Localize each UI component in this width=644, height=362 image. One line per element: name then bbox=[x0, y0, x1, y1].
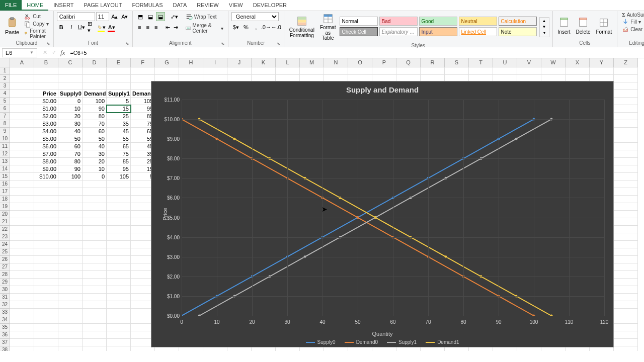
cell[interactable] bbox=[614, 188, 638, 196]
cell[interactable] bbox=[10, 301, 34, 309]
cell[interactable] bbox=[10, 233, 34, 241]
cell[interactable] bbox=[34, 241, 58, 248]
cell[interactable] bbox=[614, 135, 638, 143]
cell[interactable]: 10 bbox=[58, 105, 83, 113]
row-header[interactable]: 15 bbox=[0, 173, 10, 180]
cell[interactable]: 60 bbox=[58, 143, 83, 150]
cell[interactable] bbox=[83, 271, 107, 279]
styles-more[interactable]: ▾ bbox=[540, 30, 549, 36]
align-right-button[interactable]: ≡ bbox=[152, 23, 160, 32]
cell[interactable] bbox=[10, 128, 34, 135]
cell[interactable] bbox=[10, 241, 34, 248]
cell[interactable] bbox=[10, 286, 34, 294]
column-header[interactable]: H bbox=[179, 58, 203, 67]
cell[interactable] bbox=[252, 67, 276, 75]
cell[interactable] bbox=[83, 263, 107, 271]
column-header[interactable]: L bbox=[276, 58, 300, 67]
cell[interactable] bbox=[34, 233, 58, 241]
cell[interactable] bbox=[493, 67, 517, 75]
cell[interactable] bbox=[10, 218, 34, 226]
cell[interactable]: $8.00 bbox=[34, 158, 58, 165]
tab-view[interactable]: VIEW bbox=[224, 0, 248, 11]
cell[interactable]: 85 bbox=[107, 158, 131, 165]
cell[interactable] bbox=[34, 211, 58, 218]
chart-title[interactable]: Supply and Demand bbox=[151, 81, 613, 96]
cell[interactable] bbox=[83, 226, 107, 233]
conditional-formatting-button[interactable]: Conditional Formatting bbox=[287, 15, 316, 39]
cell[interactable] bbox=[10, 173, 34, 180]
row-header[interactable]: 33 bbox=[0, 309, 10, 316]
launcher-icon[interactable]: ⬊ bbox=[125, 41, 129, 46]
cell[interactable] bbox=[107, 324, 131, 331]
cell[interactable] bbox=[34, 279, 58, 286]
row-header[interactable]: 3 bbox=[0, 82, 10, 90]
tab-developer[interactable]: DEVELOPER bbox=[248, 0, 292, 11]
cell[interactable] bbox=[83, 218, 107, 226]
cell[interactable] bbox=[614, 90, 638, 98]
cell[interactable] bbox=[614, 241, 638, 248]
cell[interactable] bbox=[58, 346, 83, 351]
cell[interactable] bbox=[396, 67, 421, 75]
cell[interactable]: 10 bbox=[83, 165, 107, 173]
cell[interactable] bbox=[10, 113, 34, 120]
cell[interactable] bbox=[614, 339, 638, 346]
cell[interactable] bbox=[107, 211, 131, 218]
cell[interactable] bbox=[590, 67, 614, 75]
increase-indent-button[interactable]: ⇥ bbox=[173, 23, 180, 32]
row-header[interactable]: 38 bbox=[0, 346, 10, 351]
cell[interactable] bbox=[34, 203, 58, 211]
cell[interactable] bbox=[83, 339, 107, 346]
worksheet[interactable]: ABCDEFGHIJKLMNOPQRSTUVWXYZ 1234567891011… bbox=[0, 58, 644, 351]
cell-style-bad[interactable]: Bad bbox=[379, 17, 418, 26]
cell[interactable]: $3.00 bbox=[34, 120, 58, 128]
column-header[interactable]: B bbox=[34, 58, 58, 67]
cell[interactable] bbox=[614, 75, 638, 82]
column-header[interactable]: M bbox=[300, 58, 324, 67]
cell[interactable] bbox=[10, 180, 34, 188]
cell[interactable] bbox=[58, 196, 83, 203]
column-header[interactable]: K bbox=[252, 58, 276, 67]
cell[interactable] bbox=[10, 339, 34, 346]
cell[interactable] bbox=[83, 286, 107, 294]
cell[interactable] bbox=[107, 67, 131, 75]
cell[interactable]: 80 bbox=[58, 158, 83, 165]
column-header[interactable]: G bbox=[155, 58, 179, 67]
row-header[interactable]: 16 bbox=[0, 180, 10, 188]
cell[interactable]: Supply1 bbox=[107, 90, 131, 98]
cell[interactable] bbox=[614, 105, 638, 113]
styles-scroll-down[interactable]: ▼ bbox=[540, 24, 549, 30]
column-header[interactable]: U bbox=[493, 58, 517, 67]
row-header[interactable]: 26 bbox=[0, 256, 10, 263]
column-header[interactable]: S bbox=[445, 58, 469, 67]
fx-icon[interactable]: fx bbox=[58, 49, 67, 57]
cell[interactable] bbox=[107, 286, 131, 294]
format-cells-button[interactable]: Format bbox=[594, 16, 614, 36]
cell[interactable] bbox=[614, 256, 638, 263]
cell[interactable] bbox=[83, 309, 107, 316]
column-header[interactable]: N bbox=[324, 58, 348, 67]
cell[interactable] bbox=[83, 301, 107, 309]
column-header[interactable]: V bbox=[517, 58, 541, 67]
row-header[interactable]: 31 bbox=[0, 294, 10, 301]
row-header[interactable]: 35 bbox=[0, 324, 10, 331]
cell[interactable] bbox=[10, 248, 34, 256]
cell[interactable]: 20 bbox=[58, 113, 83, 120]
cell[interactable]: 15 bbox=[107, 105, 131, 113]
legend-item[interactable]: Supply0 bbox=[306, 339, 336, 345]
row-header[interactable]: 30 bbox=[0, 286, 10, 294]
cell[interactable]: 90 bbox=[58, 165, 83, 173]
cell[interactable] bbox=[107, 346, 131, 351]
cell[interactable]: 80 bbox=[83, 113, 107, 120]
launcher-icon[interactable]: ⬊ bbox=[277, 41, 281, 46]
row-header[interactable]: 2 bbox=[0, 75, 10, 82]
comma-button[interactable]: , bbox=[252, 23, 261, 32]
row-header[interactable]: 25 bbox=[0, 248, 10, 256]
cell[interactable] bbox=[58, 203, 83, 211]
cell[interactable] bbox=[34, 218, 58, 226]
tab-file[interactable]: FILE bbox=[0, 0, 22, 11]
launcher-icon[interactable]: ⬊ bbox=[221, 41, 225, 46]
cell-style-input[interactable]: Input bbox=[419, 27, 457, 36]
cell[interactable] bbox=[10, 150, 34, 158]
cell[interactable]: 0 bbox=[83, 173, 107, 180]
cell[interactable] bbox=[614, 218, 638, 226]
